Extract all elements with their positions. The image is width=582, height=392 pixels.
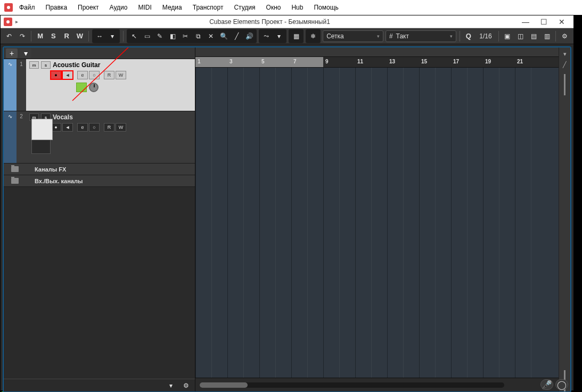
timeline-ruler[interactable]: 1 3 5 7 9 11 13 15 17 19 21 xyxy=(195,57,570,68)
tracklist-dropdown[interactable]: ▾ xyxy=(165,380,177,391)
menu-project[interactable]: Проект xyxy=(73,2,103,13)
tool-color[interactable]: ▦ xyxy=(290,30,302,42)
sidebar-menu-button[interactable]: ▾ xyxy=(561,50,569,58)
menu-hub[interactable]: Hub xyxy=(287,2,307,13)
minimize-button[interactable]: — xyxy=(521,18,530,26)
track-name[interactable]: Vocals xyxy=(53,113,73,121)
arrange-grid[interactable] xyxy=(195,68,570,378)
insert-slot[interactable] xyxy=(76,83,87,92)
loop-range[interactable] xyxy=(195,57,323,67)
tool-mute[interactable]: ✕ xyxy=(204,30,217,42)
layout-3-button[interactable]: ▤ xyxy=(528,30,539,42)
read-automation-button[interactable]: R xyxy=(104,71,114,79)
quantize-q-button[interactable]: Q xyxy=(463,30,474,42)
menu-edit[interactable]: Правка xyxy=(42,2,72,13)
app-icon xyxy=(4,3,13,12)
layout-2-button[interactable]: ◫ xyxy=(515,30,526,42)
arrange-footer: 🎤 ◯ xyxy=(195,378,570,391)
track-row[interactable]: ∿ 1 m s Acoustic Guitar ● ◄ e ○ xyxy=(4,59,195,111)
solo-button[interactable]: s xyxy=(41,61,51,69)
write-automation-button[interactable]: W xyxy=(116,123,126,132)
freeze-button[interactable]: ○ xyxy=(89,123,100,132)
close-button[interactable]: ✕ xyxy=(558,18,566,26)
record-panel-button[interactable]: ◯ xyxy=(555,379,568,390)
undo-button[interactable]: ↶ xyxy=(4,30,15,42)
quantize-label: Такт xyxy=(396,32,409,40)
menu-file[interactable]: Файл xyxy=(15,2,39,13)
track-number: 1 xyxy=(17,59,26,111)
mute-button[interactable]: m xyxy=(29,61,39,69)
track-list: + ▾ ∿ 1 m s Acoustic Guitar ● ◄ xyxy=(4,47,195,391)
mic-button[interactable]: 🎤 xyxy=(540,379,553,390)
write-automation-button[interactable]: W xyxy=(116,71,126,79)
tool-pencil[interactable]: ✎ xyxy=(153,30,166,42)
tool-line[interactable]: ╱ xyxy=(230,30,243,42)
folder-track-fx[interactable]: Каналы FX xyxy=(4,164,195,175)
menu-window[interactable]: Окно xyxy=(262,2,285,13)
record-enable-button[interactable]: ● xyxy=(51,71,61,79)
layout-4-button[interactable]: ▥ xyxy=(542,30,553,42)
ruler-mark: 9 xyxy=(325,59,329,64)
snap-toggle[interactable]: ❄ xyxy=(307,30,319,42)
hash-icon: # xyxy=(389,32,393,40)
tool-range[interactable]: ▭ xyxy=(141,30,153,42)
snap-type-dropdown[interactable]: Сетка ▾ xyxy=(323,30,383,42)
folder-icon xyxy=(11,178,19,184)
maximize-button[interactable]: ☐ xyxy=(539,18,548,26)
tracklist-settings-button[interactable]: ⚙ xyxy=(180,380,192,391)
tool-pointer[interactable]: ↖ xyxy=(128,30,141,42)
track-handle[interactable]: ∿ xyxy=(4,111,17,163)
add-track-button[interactable]: + xyxy=(6,48,18,58)
edit-channel-button[interactable]: e xyxy=(77,71,88,79)
read-all-button[interactable]: R xyxy=(61,30,72,42)
menu-media[interactable]: Медиа xyxy=(158,2,186,13)
track-number: 2 xyxy=(17,111,26,163)
tool-warp-dropdown[interactable]: ▾ xyxy=(273,30,285,42)
pan-knob[interactable] xyxy=(89,83,99,92)
menu-transport[interactable]: Транспорт xyxy=(188,2,228,13)
tool-eraser[interactable]: ◧ xyxy=(166,30,179,42)
track-name[interactable]: Acoustic Guitar xyxy=(53,61,100,69)
monitor-button[interactable]: ◄ xyxy=(62,123,73,132)
tool-glue[interactable]: ⧉ xyxy=(192,30,204,42)
freeze-button[interactable]: ○ xyxy=(89,71,100,79)
project-toolbar: ↶ ↷ M S R W ↔ ▾ ↖ ▭ ✎ ◧ ✂ ⧉ ✕ 🔍 ╱ 🔊 ⤳ ▾ xyxy=(1,28,573,44)
folder-track-io[interactable]: Вх./Вых. каналы xyxy=(4,175,195,187)
ruler-mark: 13 xyxy=(389,59,395,64)
redo-button[interactable]: ↷ xyxy=(17,30,28,42)
monitor-button[interactable]: ◄ xyxy=(62,71,73,79)
ruler-mark: 7 xyxy=(293,59,297,64)
menu-studio[interactable]: Студия xyxy=(229,2,259,13)
info-line xyxy=(195,47,570,57)
arrange-sidebar: ▾ ╱ xyxy=(559,47,570,391)
tracklist-header: + ▾ xyxy=(4,47,195,59)
snap-type-label: Сетка xyxy=(326,32,344,40)
grid-value[interactable]: 1/16 xyxy=(476,30,495,42)
toolbar-settings-button[interactable]: ⚙ xyxy=(559,30,570,42)
mute-all-button[interactable]: M xyxy=(35,30,46,42)
horizontal-scrollbar[interactable] xyxy=(200,382,504,388)
tracklist-footer: ▾ ⚙ xyxy=(4,379,195,391)
quantize-dropdown[interactable]: # Такт ▾ xyxy=(386,30,456,42)
layout-1-button[interactable]: ▣ xyxy=(502,30,513,42)
edit-channel-button[interactable]: e xyxy=(77,123,88,132)
vertical-zoom-slider[interactable] xyxy=(564,74,565,95)
ruler-mark: 3 xyxy=(229,59,233,64)
read-automation-button[interactable]: R xyxy=(104,123,114,132)
autoscroll-dropdown[interactable]: ▾ xyxy=(106,30,119,42)
sidebar-tool-button[interactable]: ╱ xyxy=(561,60,569,69)
tool-warp[interactable]: ⤳ xyxy=(260,30,273,42)
solo-all-button[interactable]: S xyxy=(48,30,59,42)
scrollbar-thumb[interactable] xyxy=(200,382,248,388)
track-handle[interactable]: ∿ xyxy=(4,59,17,111)
tool-scissors[interactable]: ✂ xyxy=(179,30,192,42)
menu-midi[interactable]: MIDI xyxy=(134,2,155,13)
tool-zoom[interactable]: 🔍 xyxy=(217,30,230,42)
menu-audio[interactable]: Аудио xyxy=(105,2,132,13)
track-menu-button[interactable]: ▾ xyxy=(20,48,31,58)
tool-play[interactable]: 🔊 xyxy=(243,30,256,42)
autoscroll-button[interactable]: ↔ xyxy=(93,30,106,42)
menu-help[interactable]: Помощь xyxy=(309,2,342,13)
project-app-icon xyxy=(4,18,12,26)
write-all-button[interactable]: W xyxy=(75,30,86,42)
